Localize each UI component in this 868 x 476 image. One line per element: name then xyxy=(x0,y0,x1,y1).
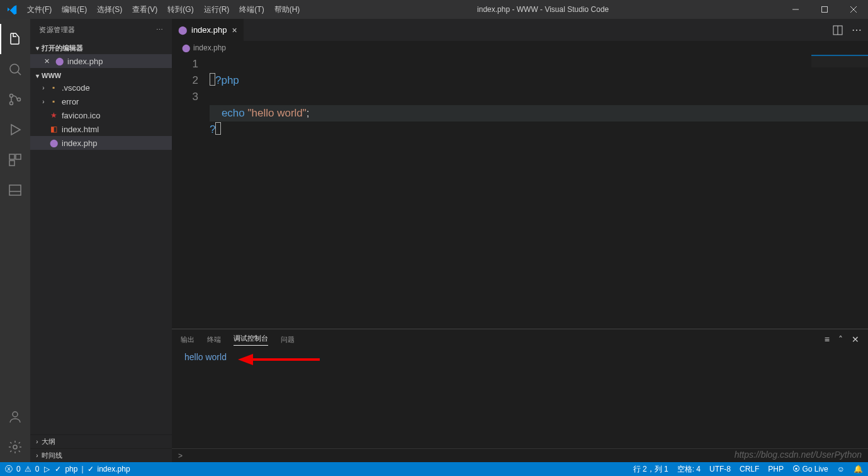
breadcrumb[interactable]: ⬤ index.php xyxy=(172,41,868,55)
editor-tab[interactable]: ⬤ index.php × xyxy=(172,19,244,41)
svg-rect-9 xyxy=(9,154,14,159)
minimize-button[interactable] xyxy=(781,0,810,19)
close-editor-icon[interactable]: ✕ xyxy=(44,57,50,65)
open-editor-item[interactable]: ✕ ⬤ index.php xyxy=(30,54,172,68)
tree-item-label: .vscode xyxy=(62,83,90,93)
open-editors-label: 打开的编辑器 xyxy=(42,43,83,53)
breadcrumb-footer[interactable]: > xyxy=(172,448,868,462)
php-file-icon: ⬤ xyxy=(48,139,59,147)
title-bar: 文件(F) 编辑(E) 选择(S) 查看(V) 转到(G) 运行(R) 终端(T… xyxy=(0,0,868,19)
panel-tab-terminal[interactable]: 终端 xyxy=(207,335,221,344)
breadcrumb-label: index.php xyxy=(193,43,226,52)
extensions-icon[interactable] xyxy=(0,145,30,175)
menu-edit[interactable]: 编辑(E) xyxy=(57,4,92,15)
play-icon: ▷ xyxy=(44,465,50,473)
timeline-label: 时间线 xyxy=(42,451,62,460)
status-bar: ⓧ0 ⚠0 ▷ ✓ php | ✓ index.php 行 2，列 1 空格: … xyxy=(0,462,868,476)
status-golive[interactable]: ⦿ Go Live xyxy=(792,465,828,473)
menu-help[interactable]: 帮助(H) xyxy=(269,4,305,15)
status-eol[interactable]: CRLF xyxy=(740,465,759,473)
svg-point-4 xyxy=(10,64,19,73)
status-indent[interactable]: 空格: 4 xyxy=(677,464,701,475)
tree-item-label: error xyxy=(62,97,79,106)
tree-file-indexhtml[interactable]: ◧index.html xyxy=(30,122,172,136)
menu-terminal[interactable]: 终端(T) xyxy=(234,4,269,15)
line-number: 1 xyxy=(172,56,198,72)
status-lang-label: php xyxy=(65,465,77,473)
status-cursor[interactable]: 行 2，列 1 xyxy=(633,464,668,475)
activity-bar xyxy=(0,19,30,462)
status-problems[interactable]: ⓧ0 ⚠0 xyxy=(5,464,39,475)
outline-section[interactable]: ›大纲 xyxy=(30,434,172,448)
panel-tab-output[interactable]: 输出 xyxy=(181,335,194,344)
svg-marker-19 xyxy=(238,354,253,365)
code-token: ?php xyxy=(215,74,239,86)
panel-filter-icon[interactable]: ≡ xyxy=(825,334,830,344)
code-token: ; xyxy=(307,107,310,119)
source-control-icon[interactable] xyxy=(0,84,30,115)
editor-area: ⬤ index.php × ⋯ ⬤ index.php 1 2 3 ?php e… xyxy=(172,19,868,462)
sidebar-more-icon[interactable]: ⋯ xyxy=(156,26,164,34)
close-button[interactable] xyxy=(839,0,868,19)
open-editors-section[interactable]: ▾打开的编辑器 xyxy=(30,42,172,54)
menu-view[interactable]: 查看(V) xyxy=(127,4,162,15)
tree-item-label: index.html xyxy=(62,125,99,134)
menu-go[interactable]: 转到(G) xyxy=(162,4,198,15)
tree-file-favicon[interactable]: ★favicon.ico xyxy=(30,108,172,122)
status-run[interactable]: ▷ xyxy=(44,465,50,473)
warning-count: 0 xyxy=(35,465,40,473)
maximize-button[interactable] xyxy=(810,0,839,19)
workspace-label: WWW xyxy=(42,72,61,79)
explorer-icon[interactable] xyxy=(0,24,30,54)
svg-point-7 xyxy=(10,102,13,105)
panel-icon[interactable] xyxy=(0,175,30,205)
sidebar: 资源管理器 ⋯ ▾打开的编辑器 ✕ ⬤ index.php ▾WWW ›▪.vs… xyxy=(30,19,172,462)
more-actions-icon[interactable]: ⋯ xyxy=(852,24,862,36)
status-file-label: index.php xyxy=(98,465,130,473)
panel-tab-problems[interactable]: 问题 xyxy=(281,335,295,344)
panel-tab-debug[interactable]: 调试控制台 xyxy=(234,334,268,346)
html-file-icon: ◧ xyxy=(48,125,59,133)
tree-folder-error[interactable]: ›▪error xyxy=(30,94,172,108)
status-bell-icon[interactable]: 🔔 xyxy=(854,465,863,473)
menu-file[interactable]: 文件(F) xyxy=(22,4,57,15)
timeline-section[interactable]: ›时间线 xyxy=(30,448,172,462)
tree-folder-vscode[interactable]: ›▪.vscode xyxy=(30,81,172,94)
split-editor-icon[interactable] xyxy=(833,25,843,35)
close-tab-icon[interactable]: × xyxy=(232,25,237,35)
account-icon[interactable] xyxy=(0,402,30,432)
code-content[interactable]: ?php echo "hello world"; ? xyxy=(210,55,868,329)
editor-tabs: ⬤ index.php × ⋯ xyxy=(172,19,868,41)
minimap[interactable] xyxy=(811,55,868,67)
favicon-file-icon: ★ xyxy=(48,111,59,120)
sidebar-title: 资源管理器 xyxy=(39,25,76,35)
code-editor[interactable]: 1 2 3 ?php echo "hello world"; ? xyxy=(172,55,868,329)
workspace-section[interactable]: ▾WWW xyxy=(30,71,172,81)
svg-point-14 xyxy=(13,412,18,417)
panel-close-icon[interactable]: ✕ xyxy=(852,334,859,344)
status-encoding[interactable]: UTF-8 xyxy=(709,465,731,473)
svg-point-8 xyxy=(18,98,21,101)
tree-file-indexphp[interactable]: ⬤index.php xyxy=(30,136,172,150)
panel-tabs: 输出 终端 调试控制台 问题 ≡ ˄ ✕ xyxy=(172,329,868,349)
status-language[interactable]: ✓ php | ✓ index.php xyxy=(55,465,130,473)
panel-collapse-icon[interactable]: ˄ xyxy=(838,334,843,344)
sidebar-header: 资源管理器 ⋯ xyxy=(30,19,172,41)
svg-rect-1 xyxy=(822,7,828,13)
code-token: echo xyxy=(222,107,245,119)
svg-line-5 xyxy=(18,72,21,75)
tab-label: index.php xyxy=(191,25,227,35)
status-langmode[interactable]: PHP xyxy=(768,465,784,473)
status-feedback-icon[interactable]: ☺ xyxy=(837,465,845,473)
menu-bar: 文件(F) 编辑(E) 选择(S) 查看(V) 转到(G) 运行(R) 终端(T… xyxy=(22,4,305,15)
error-count: 0 xyxy=(16,465,21,473)
settings-gear-icon[interactable] xyxy=(0,432,30,462)
run-debug-icon[interactable] xyxy=(0,115,30,145)
menu-run[interactable]: 运行(R) xyxy=(199,4,235,15)
search-icon[interactable] xyxy=(0,54,30,84)
menu-select[interactable]: 选择(S) xyxy=(92,4,127,15)
error-icon: ⓧ xyxy=(5,464,13,475)
tree-item-label: index.php xyxy=(62,139,97,148)
vscode-logo-icon xyxy=(0,4,22,15)
line-number: 3 xyxy=(172,89,198,105)
